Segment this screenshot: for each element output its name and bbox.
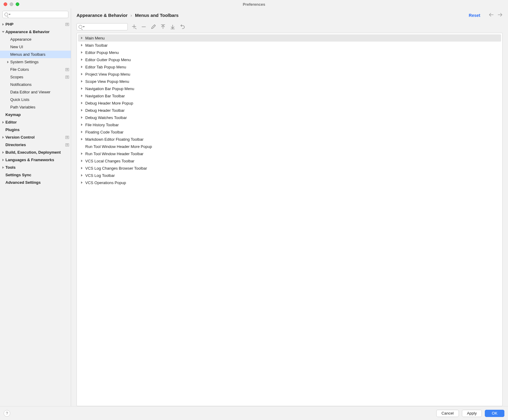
expand-toggle[interactable] — [1, 31, 5, 33]
menus-item-label: Navigation Bar Popup Menu — [84, 86, 134, 91]
menus-item[interactable]: Run Tool Window Header More Popup — [78, 143, 501, 150]
window-close-button[interactable] — [4, 2, 7, 6]
expand-toggle[interactable] — [79, 109, 84, 111]
menus-item[interactable]: Markdown Editor Floating Toolbar — [78, 136, 501, 143]
remove-button[interactable] — [141, 24, 146, 30]
move-down-button[interactable] — [170, 24, 175, 30]
window-title: Preferences — [0, 2, 508, 7]
sidebar-search-input[interactable] — [11, 12, 66, 17]
expand-toggle[interactable] — [79, 87, 84, 90]
expand-toggle[interactable] — [1, 23, 5, 26]
sidebar-item[interactable]: Tools — [0, 164, 71, 171]
expand-toggle[interactable] — [79, 152, 84, 155]
menus-item[interactable]: VCS Log Changes Browser Toolbar — [78, 165, 501, 172]
expand-toggle[interactable] — [79, 181, 84, 184]
expand-toggle[interactable] — [79, 73, 84, 75]
window-minimize-button[interactable] — [10, 2, 13, 6]
sidebar-item-label: Advanced Settings — [5, 180, 69, 185]
expand-toggle[interactable] — [79, 102, 84, 104]
expand-toggle[interactable] — [79, 51, 84, 54]
menus-item[interactable]: Run Tool Window Header Toolbar — [78, 150, 501, 157]
reset-button[interactable]: Reset — [469, 13, 480, 18]
sidebar-item[interactable]: Notifications — [0, 81, 71, 88]
expand-toggle[interactable] — [1, 166, 5, 169]
expand-toggle[interactable] — [79, 160, 84, 162]
expand-toggle[interactable] — [5, 61, 10, 63]
sidebar-item[interactable]: Languages & Frameworks — [0, 156, 71, 164]
menus-item[interactable]: Debug Watches Toolbar — [78, 114, 501, 121]
sidebar-item[interactable]: File Colors — [0, 66, 71, 73]
settings-tree[interactable]: PHPAppearance & BehaviorAppearanceNew UI… — [0, 20, 71, 406]
sidebar-item[interactable]: Data Editor and Viewer — [0, 88, 71, 96]
expand-toggle[interactable] — [1, 151, 5, 154]
sidebar-item[interactable]: Plugins — [0, 126, 71, 133]
menus-item[interactable]: Navigation Bar Toolbar — [78, 92, 501, 99]
expand-toggle[interactable] — [79, 138, 84, 140]
expand-toggle[interactable] — [79, 37, 84, 39]
add-button[interactable] — [131, 24, 137, 30]
sidebar-item-label: Languages & Frameworks — [5, 158, 69, 162]
menus-tree[interactable]: Main MenuMain ToolbarEditor Popup MenuEd… — [77, 33, 503, 406]
menus-item[interactable]: Project View Popup Menu — [78, 71, 501, 78]
menus-item[interactable]: Navigation Bar Popup Menu — [78, 85, 501, 92]
sidebar-item[interactable]: Editor — [0, 118, 71, 126]
sidebar-item[interactable]: Advanced Settings — [0, 179, 71, 186]
menus-item[interactable]: Main Menu — [78, 34, 501, 42]
window-zoom-button[interactable] — [16, 2, 19, 6]
menus-item[interactable]: Debug Header Toolbar — [78, 107, 501, 114]
sidebar-item[interactable]: Menus and Toolbars — [0, 51, 71, 58]
expand-toggle[interactable] — [1, 136, 5, 139]
expand-toggle[interactable] — [1, 159, 5, 161]
sidebar-item[interactable]: New UI — [0, 43, 71, 51]
expand-toggle[interactable] — [79, 58, 84, 61]
menus-item[interactable]: Editor Gutter Popup Menu — [78, 56, 501, 63]
menus-item[interactable]: File History Toolbar — [78, 121, 501, 128]
sidebar-item[interactable]: Appearance & Behavior — [0, 28, 71, 36]
ok-button[interactable]: OK — [485, 410, 504, 417]
sidebar-item[interactable]: System Settings — [0, 58, 71, 66]
cancel-button[interactable]: Cancel — [436, 410, 459, 417]
menus-item[interactable]: Scope View Popup Menu — [78, 78, 501, 85]
menus-item[interactable]: VCS Local Changes Toolbar — [78, 157, 501, 165]
expand-toggle[interactable] — [79, 124, 84, 126]
nav-forward-button[interactable] — [498, 13, 503, 18]
expand-toggle[interactable] — [79, 167, 84, 169]
expand-toggle[interactable] — [79, 44, 84, 46]
sidebar-item[interactable]: Version Control — [0, 133, 71, 141]
expand-toggle[interactable] — [79, 80, 84, 83]
menus-item[interactable]: Debug Header More Popup — [78, 99, 501, 107]
sidebar-item[interactable]: Path Variables — [0, 103, 71, 111]
menus-item[interactable]: Editor Tab Popup Menu — [78, 63, 501, 71]
menus-search[interactable] — [77, 23, 128, 30]
edit-button[interactable] — [151, 24, 156, 30]
expand-toggle[interactable] — [79, 131, 84, 133]
sidebar-item[interactable]: Directories — [0, 141, 71, 149]
revert-button[interactable] — [180, 24, 185, 30]
sidebar-item[interactable]: Settings Sync — [0, 171, 71, 179]
move-up-button[interactable] — [160, 24, 166, 30]
menus-item[interactable]: Floating Code Toolbar — [78, 128, 501, 136]
expand-toggle[interactable] — [1, 121, 5, 124]
sidebar-item[interactable]: PHP — [0, 20, 71, 28]
nav-back-button[interactable] — [489, 13, 494, 18]
sidebar-search[interactable] — [2, 11, 68, 18]
expand-toggle[interactable] — [79, 95, 84, 97]
sidebar-item[interactable]: Scopes — [0, 73, 71, 81]
sidebar-item[interactable]: Keymap — [0, 111, 71, 118]
expand-toggle[interactable] — [79, 66, 84, 68]
expand-toggle[interactable] — [79, 174, 84, 177]
menus-item[interactable]: Main Toolbar — [78, 42, 501, 49]
apply-button[interactable]: Apply — [462, 410, 482, 417]
search-options-caret-icon[interactable] — [9, 14, 11, 15]
sidebar-item[interactable]: Quick Lists — [0, 96, 71, 103]
menus-item[interactable]: VCS Log Toolbar — [78, 172, 501, 179]
menus-search-input[interactable] — [85, 25, 130, 29]
sidebar-item[interactable]: Build, Execution, Deployment — [0, 149, 71, 156]
expand-toggle[interactable] — [79, 116, 84, 119]
menus-item-label: VCS Log Changes Browser Toolbar — [84, 166, 147, 171]
menus-item[interactable]: VCS Operations Popup — [78, 179, 501, 186]
menus-item[interactable]: Editor Popup Menu — [78, 49, 501, 56]
search-options-caret-icon[interactable] — [83, 26, 85, 27]
help-button[interactable]: ? — [4, 410, 10, 417]
sidebar-item[interactable]: Appearance — [0, 36, 71, 43]
